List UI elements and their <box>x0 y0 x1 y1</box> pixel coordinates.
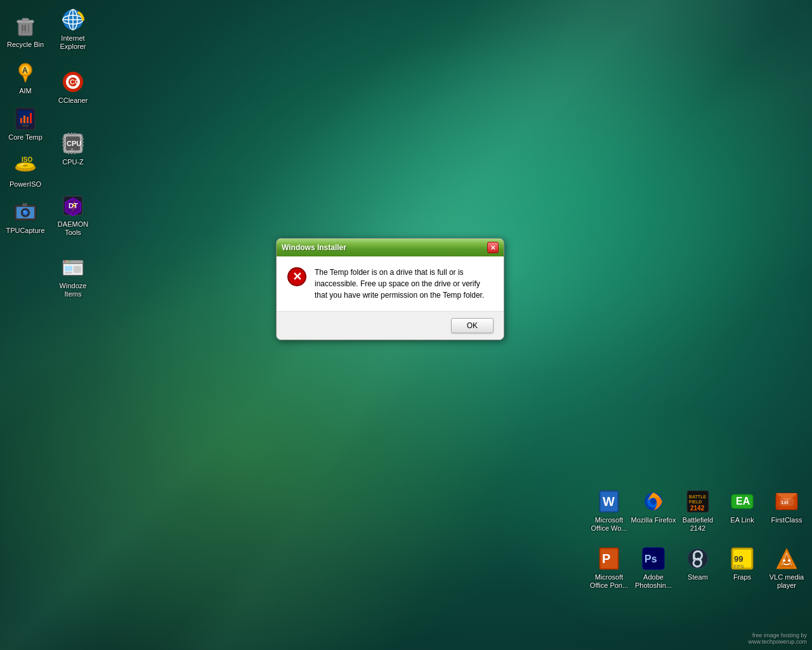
svg-rect-43 <box>81 145 84 146</box>
svg-text:FIELD: FIELD <box>689 500 702 504</box>
svg-text:1st: 1st <box>781 500 789 505</box>
dialog-footer: OK <box>277 311 504 340</box>
svg-text:EA: EA <box>736 496 750 507</box>
windows-installer-dialog: Windows Installer ✕ ✕ The Temp folder is… <box>276 238 504 340</box>
svg-rect-40 <box>62 145 65 146</box>
dialog-title: Windows Installer <box>282 243 346 252</box>
svg-rect-41 <box>81 138 84 140</box>
firefox-icon <box>641 489 666 514</box>
svg-text:CC: CC <box>70 78 80 86</box>
svg-point-96 <box>695 552 701 559</box>
desktop-icon-steam[interactable]: Steam <box>672 542 723 585</box>
first-class-icon: 1st <box>774 489 799 514</box>
aim-icon: A <box>13 60 38 85</box>
ms-word-label: Microsoft Office Wo... <box>586 516 632 533</box>
svg-rect-63 <box>63 261 82 263</box>
fraps-icon: 99 FPS <box>730 546 755 571</box>
ok-button[interactable]: OK <box>451 318 494 333</box>
fraps-label: Fraps <box>733 573 751 581</box>
svg-rect-70 <box>74 266 81 273</box>
tpu-capture-label: TPUCapture <box>6 227 44 235</box>
svg-text:CPU: CPU <box>67 140 81 147</box>
svg-rect-27 <box>22 124 29 127</box>
steam-icon <box>685 546 710 571</box>
svg-text:-Z: -Z <box>69 147 74 153</box>
svg-rect-34 <box>74 133 75 135</box>
svg-point-76 <box>650 498 657 505</box>
desktop-icon-tpu-capture[interactable]: TPUCapture <box>0 196 51 239</box>
ea-link-icon: EA <box>730 489 755 514</box>
svg-rect-42 <box>81 142 84 143</box>
cpuz-label: CPU-Z <box>62 158 84 166</box>
svg-rect-38 <box>62 138 65 140</box>
svg-text:♻: ♻ <box>21 25 27 32</box>
svg-rect-33 <box>71 133 72 135</box>
cpuz-icon: CPU -Z <box>60 131 86 156</box>
vlc-label: VLC media player <box>764 573 809 590</box>
desktop-icon-recycle-bin[interactable]: ♻ Recycle Bin <box>0 10 51 53</box>
svg-point-106 <box>788 559 790 562</box>
desktop-icon-cpuz[interactable]: CPU -Z CPU-Z <box>48 127 98 170</box>
svg-rect-37 <box>74 152 75 154</box>
error-icon-container: ✕ <box>287 267 307 287</box>
vlc-icon <box>774 546 799 571</box>
ms-powerpoint-label: Microsoft Office Pon... <box>586 573 632 590</box>
desktop-icon-firefox[interactable]: Mozilla Firefox <box>628 485 679 528</box>
desktop-icon-poweriso[interactable]: ISO PowerISO <box>0 149 51 192</box>
desktop-icon-core-temp[interactable]: Core Temp <box>0 102 51 145</box>
svg-point-59 <box>23 211 25 212</box>
error-icon: ✕ <box>287 267 306 286</box>
svg-rect-2 <box>22 18 29 21</box>
dialog-body: ✕ The Temp folder is on a drive that is … <box>277 256 504 311</box>
desktop-icon-aim[interactable]: A AIM <box>0 56 51 99</box>
svg-text:A: A <box>22 66 28 75</box>
svg-rect-22 <box>20 118 22 123</box>
svg-rect-23 <box>23 116 25 123</box>
svg-text:W: W <box>603 494 615 508</box>
ms-word-icon: W <box>596 489 622 514</box>
svg-point-66 <box>69 261 70 262</box>
daemon-tools-icon: DT <box>60 193 86 218</box>
svg-marker-15 <box>23 76 28 83</box>
svg-text:ISO: ISO <box>22 156 32 163</box>
core-temp-icon <box>13 106 38 131</box>
svg-rect-32 <box>68 133 69 135</box>
svg-point-105 <box>783 559 785 562</box>
desktop-icon-battlefield-2142[interactable]: BATTLE FIELD 2142 Battlefield 2142 <box>672 485 723 536</box>
desktop-icon-daemon-tools[interactable]: DT DAEMON Tools <box>48 189 98 241</box>
svg-point-65 <box>67 261 68 262</box>
desktop-icon-ea-link[interactable]: EA EA Link <box>717 485 768 528</box>
desktop-icon-first-class[interactable]: 1st FirstClass <box>761 485 812 528</box>
svg-rect-68 <box>65 266 72 271</box>
svg-text:FPS: FPS <box>734 564 744 569</box>
core-temp-label: Core Temp <box>8 133 43 142</box>
ccleaner-label: CCleaner <box>58 96 88 105</box>
svg-point-64 <box>64 261 65 262</box>
desktop-icon-ie[interactable]: Internet Explorer <box>48 3 98 55</box>
adobe-photoshop-label: Adobe Photoshin... <box>631 573 676 590</box>
desktop-icon-fraps[interactable]: 99 FPS Fraps <box>717 542 768 585</box>
dialog-close-button[interactable]: ✕ <box>487 242 499 253</box>
svg-rect-36 <box>71 152 72 154</box>
windoze-items-label: Windoze Items <box>50 282 96 298</box>
poweriso-label: PowerISO <box>10 180 41 189</box>
ccleaner-icon: CC <box>60 69 86 95</box>
svg-text:99: 99 <box>734 554 743 564</box>
ea-link-label: EA Link <box>730 516 754 524</box>
aim-label: AIM <box>19 87 32 95</box>
ms-powerpoint-icon: P <box>596 546 622 571</box>
desktop-icon-ms-powerpoint[interactable]: P Microsoft Office Pon... <box>584 542 634 594</box>
battlefield-2142-label: Battlefield 2142 <box>675 516 721 533</box>
desktop-icon-windoze-items[interactable]: Windoze Items <box>48 251 98 302</box>
desktop-icon-ms-word[interactable]: W Microsoft Office Wo... <box>584 485 634 536</box>
desktop-icons-left: ♻ Recycle Bin Internet Explorer A <box>0 0 51 245</box>
svg-rect-60 <box>22 203 27 206</box>
svg-point-47 <box>23 164 28 166</box>
recycle-bin-icon: ♻ <box>13 13 38 39</box>
desktop-icon-vlc[interactable]: VLC media player <box>761 542 812 594</box>
windoze-items-icon <box>60 255 86 280</box>
desktop-icon-adobe-photoshop[interactable]: Ps Adobe Photoshin... <box>628 542 679 594</box>
adobe-photoshop-icon: Ps <box>641 546 666 571</box>
desktop-icon-ccleaner[interactable]: CC CCleaner <box>48 65 98 109</box>
svg-rect-69 <box>65 272 72 274</box>
